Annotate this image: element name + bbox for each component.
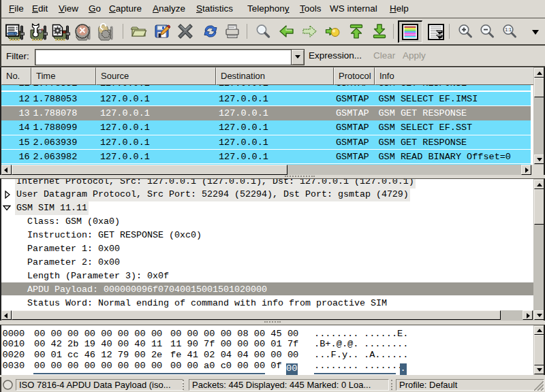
svg-text:1:1: 1:1: [505, 27, 512, 32]
